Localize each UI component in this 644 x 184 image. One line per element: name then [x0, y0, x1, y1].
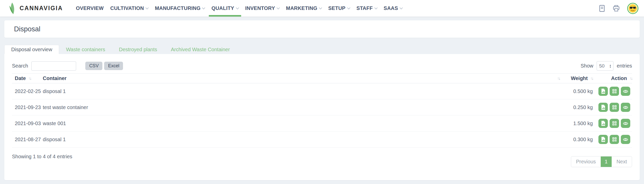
- eye-icon: [623, 106, 628, 109]
- file-chart-icon: [601, 105, 605, 110]
- report-button[interactable]: [598, 87, 608, 96]
- pagination-next[interactable]: Next: [612, 156, 632, 167]
- pagination-page-1[interactable]: 1: [601, 156, 612, 167]
- chevron-down-icon: [202, 6, 205, 9]
- nav-label: OVERVIEW: [76, 5, 104, 11]
- tab-archived-waste-container[interactable]: Archived Waste Container: [164, 45, 237, 54]
- sort-icon: ↑↓: [28, 76, 31, 81]
- brand-logo[interactable]: CANNAVIGIA: [8, 0, 63, 17]
- tab-waste-containers[interactable]: Waste containers: [59, 45, 112, 54]
- brand-name: CANNAVIGIA: [20, 5, 63, 12]
- nav-item-overview[interactable]: OVERVIEW: [73, 0, 107, 17]
- eye-icon: [623, 122, 628, 125]
- nav-item-cultivation[interactable]: CULTIVATION: [107, 0, 152, 17]
- tab-destroyed-plants[interactable]: Destroyed plants: [112, 45, 164, 54]
- column-header-action[interactable]: Action ↑↓: [598, 75, 632, 81]
- report-button[interactable]: [598, 103, 608, 112]
- cell-weight: 0.500 kg: [560, 88, 593, 94]
- eye-icon: [623, 89, 628, 93]
- sort-icon: ↑↓: [629, 76, 632, 81]
- qr-code-button[interactable]: [610, 119, 619, 128]
- chevron-down-icon: [319, 6, 322, 9]
- file-chart-icon: [601, 89, 605, 94]
- select-arrows-icon: ▴▾: [610, 64, 611, 68]
- page-size-value: 50: [599, 63, 605, 69]
- nav-item-marketing[interactable]: MARKETING: [283, 0, 325, 17]
- cell-container: disposal 1: [43, 137, 560, 142]
- qr-code-button[interactable]: [610, 103, 619, 112]
- cell-actions: [598, 119, 632, 128]
- nav-item-inventory[interactable]: INVENTORY: [242, 0, 283, 17]
- nav-label: CULTIVATION: [110, 5, 144, 11]
- nav-item-manufacturing[interactable]: MANUFACTURING: [152, 0, 208, 17]
- cell-actions: [598, 87, 632, 96]
- disposal-overview-panel: Search CSV Excel Show 50 ▴▾ entries Date…: [4, 54, 640, 180]
- column-header-container[interactable]: Container ↑↓: [43, 75, 560, 81]
- column-label: Container: [43, 75, 66, 81]
- main-nav: OVERVIEW CULTIVATION MANUFACTURING QUALI…: [73, 0, 406, 17]
- nav-item-staff[interactable]: STAFF: [353, 0, 380, 17]
- cell-weight: 0.300 kg: [560, 137, 593, 142]
- tab-label: Disposal overview: [11, 47, 52, 52]
- search-label: Search: [12, 63, 28, 69]
- user-avatar[interactable]: [627, 3, 638, 14]
- nav-label: SAAS: [384, 5, 398, 11]
- qr-code-button[interactable]: [610, 135, 619, 144]
- pagination-previous[interactable]: Previous: [571, 156, 601, 167]
- table-row: 2021-09-23 test waste container 0.250 kg: [12, 99, 632, 115]
- csv-export-button[interactable]: CSV: [85, 62, 102, 70]
- cell-date: 2021-09-03: [15, 121, 43, 126]
- page-size-control: Show 50 ▴▾ entries: [581, 61, 632, 71]
- nav-label: QUALITY: [211, 5, 234, 11]
- app-root: CANNAVIGIA OVERVIEW CULTIVATION MANUFACT…: [0, 0, 644, 184]
- entries-label: entries: [617, 63, 632, 69]
- view-button[interactable]: [621, 103, 630, 112]
- column-label: Date: [15, 75, 26, 81]
- view-button[interactable]: [621, 87, 630, 96]
- nav-label: INVENTORY: [245, 5, 275, 11]
- report-button[interactable]: [598, 119, 608, 128]
- nav-item-saas[interactable]: SAAS: [380, 0, 406, 17]
- export-buttons: CSV Excel: [85, 62, 123, 70]
- chevron-down-icon: [277, 6, 280, 9]
- table-row: 2021-08-27 disposal 1 0.300 kg: [12, 132, 632, 148]
- chevron-down-icon: [236, 6, 239, 9]
- nav-label: MANUFACTURING: [155, 5, 200, 11]
- chevron-down-icon: [347, 6, 350, 9]
- nav-label: MARKETING: [286, 5, 317, 11]
- page-size-select[interactable]: 50 ▴▾: [597, 61, 613, 71]
- qr-code-button[interactable]: [610, 87, 619, 96]
- cell-container: test waste container: [43, 104, 560, 110]
- excel-export-button[interactable]: Excel: [104, 62, 123, 70]
- search-input[interactable]: [31, 61, 76, 71]
- top-navbar: CANNAVIGIA OVERVIEW CULTIVATION MANUFACT…: [0, 0, 644, 17]
- column-label: Action: [611, 75, 627, 81]
- cell-actions: [598, 135, 632, 144]
- cell-weight: 1.500 kg: [560, 121, 593, 126]
- sort-icon: ↑↓: [590, 76, 593, 81]
- view-button[interactable]: [621, 135, 630, 144]
- cell-date: 2021-09-23: [15, 104, 43, 110]
- file-chart-icon: [601, 121, 605, 126]
- cell-date: 2022-02-25: [15, 88, 43, 94]
- printer-icon[interactable]: [613, 5, 620, 12]
- nav-label: SETUP: [328, 5, 346, 11]
- disposal-table: Date ↑↓ Container ↑↓ Weight ↑↓ Action ↑↓: [12, 73, 632, 148]
- column-header-weight[interactable]: Weight ↑↓: [560, 75, 593, 81]
- book-icon[interactable]: [599, 5, 605, 12]
- report-button[interactable]: [598, 135, 608, 144]
- nav-item-quality[interactable]: QUALITY: [208, 0, 242, 17]
- qr-code-icon: [612, 121, 617, 126]
- column-header-date[interactable]: Date ↑↓: [15, 75, 43, 81]
- tab-label: Destroyed plants: [119, 47, 157, 52]
- file-chart-icon: [601, 137, 605, 142]
- nav-item-setup[interactable]: SETUP: [325, 0, 353, 17]
- pagination: Previous 1 Next: [571, 156, 632, 167]
- view-button[interactable]: [621, 119, 630, 128]
- qr-code-icon: [612, 89, 617, 94]
- table-toolbar: Search CSV Excel Show 50 ▴▾ entries: [12, 61, 632, 71]
- qr-code-icon: [612, 105, 617, 110]
- table-row: 2022-02-25 disposal 1 0.500 kg: [12, 83, 632, 99]
- tab-disposal-overview[interactable]: Disposal overview: [4, 45, 59, 54]
- table-footer: Showing 1 to 4 of 4 entries Previous 1 N…: [12, 153, 632, 167]
